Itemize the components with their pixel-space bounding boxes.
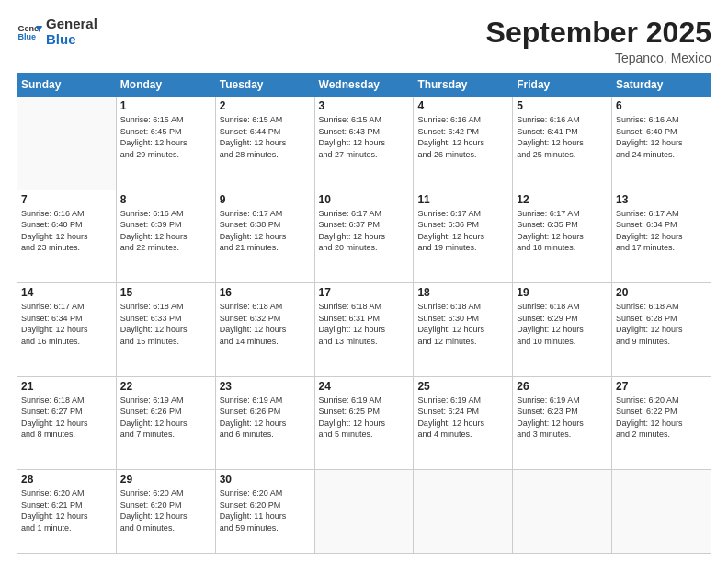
day-number: 19 <box>517 286 608 299</box>
calendar-cell <box>314 470 414 554</box>
calendar-cell: 4Sunrise: 6:16 AM Sunset: 6:42 PM Daylig… <box>414 97 513 190</box>
weekday-header-sunday: Sunday <box>17 74 117 97</box>
day-number: 8 <box>120 193 211 206</box>
calendar-cell: 2Sunrise: 6:15 AM Sunset: 6:44 PM Daylig… <box>215 97 314 190</box>
calendar-cell: 11Sunrise: 6:17 AM Sunset: 6:36 PM Dayli… <box>414 190 513 282</box>
day-info: Sunrise: 6:16 AM Sunset: 6:39 PM Dayligh… <box>120 208 211 254</box>
calendar-cell: 8Sunrise: 6:16 AM Sunset: 6:39 PM Daylig… <box>116 190 215 282</box>
calendar-cell <box>17 97 117 190</box>
day-info: Sunrise: 6:19 AM Sunset: 6:23 PM Dayligh… <box>517 395 608 441</box>
weekday-header-friday: Friday <box>513 74 612 97</box>
day-number: 1 <box>120 99 211 112</box>
calendar-cell: 20Sunrise: 6:18 AM Sunset: 6:28 PM Dayli… <box>612 283 711 376</box>
day-info: Sunrise: 6:17 AM Sunset: 6:38 PM Dayligh… <box>220 208 311 254</box>
calendar-cell: 19Sunrise: 6:18 AM Sunset: 6:29 PM Dayli… <box>513 283 612 376</box>
day-info: Sunrise: 6:17 AM Sunset: 6:37 PM Dayligh… <box>319 208 410 254</box>
day-info: Sunrise: 6:17 AM Sunset: 6:36 PM Dayligh… <box>417 208 508 254</box>
day-number: 4 <box>417 99 508 112</box>
calendar-cell: 16Sunrise: 6:18 AM Sunset: 6:32 PM Dayli… <box>215 283 314 376</box>
day-info: Sunrise: 6:17 AM Sunset: 6:34 PM Dayligh… <box>21 301 112 347</box>
weekday-header-saturday: Saturday <box>612 74 711 97</box>
day-number: 24 <box>319 380 410 393</box>
day-info: Sunrise: 6:17 AM Sunset: 6:34 PM Dayligh… <box>616 208 707 254</box>
calendar-cell: 1Sunrise: 6:15 AM Sunset: 6:45 PM Daylig… <box>116 97 215 190</box>
day-number: 18 <box>417 286 508 299</box>
day-number: 21 <box>21 380 112 393</box>
weekday-header-wednesday: Wednesday <box>314 74 414 97</box>
day-info: Sunrise: 6:20 AM Sunset: 6:21 PM Dayligh… <box>21 488 112 534</box>
calendar-cell: 22Sunrise: 6:19 AM Sunset: 6:26 PM Dayli… <box>116 376 215 469</box>
day-info: Sunrise: 6:17 AM Sunset: 6:35 PM Dayligh… <box>517 208 608 254</box>
day-info: Sunrise: 6:16 AM Sunset: 6:40 PM Dayligh… <box>21 208 112 254</box>
day-info: Sunrise: 6:18 AM Sunset: 6:28 PM Dayligh… <box>616 301 707 347</box>
weekday-header-tuesday: Tuesday <box>215 74 314 97</box>
header: General Blue General Blue September 2025… <box>17 17 711 65</box>
calendar-cell: 10Sunrise: 6:17 AM Sunset: 6:37 PM Dayli… <box>314 190 414 282</box>
day-info: Sunrise: 6:19 AM Sunset: 6:25 PM Dayligh… <box>319 395 410 441</box>
calendar-cell: 26Sunrise: 6:19 AM Sunset: 6:23 PM Dayli… <box>513 376 612 469</box>
title-block: September 2025 Tepanco, Mexico <box>486 17 711 65</box>
day-number: 3 <box>319 99 410 112</box>
day-number: 28 <box>21 473 112 486</box>
day-info: Sunrise: 6:19 AM Sunset: 6:26 PM Dayligh… <box>120 395 211 441</box>
day-number: 6 <box>616 99 707 112</box>
day-number: 7 <box>21 193 112 206</box>
calendar-cell <box>414 470 513 554</box>
page: General Blue General Blue September 2025… <box>0 0 728 563</box>
calendar-week-row: 7Sunrise: 6:16 AM Sunset: 6:40 PM Daylig… <box>17 190 711 282</box>
day-number: 5 <box>517 99 608 112</box>
day-number: 30 <box>220 473 311 486</box>
svg-text:Blue: Blue <box>17 32 36 41</box>
day-number: 20 <box>616 286 707 299</box>
day-number: 2 <box>220 99 311 112</box>
day-info: Sunrise: 6:16 AM Sunset: 6:41 PM Dayligh… <box>517 114 608 160</box>
day-info: Sunrise: 6:19 AM Sunset: 6:24 PM Dayligh… <box>417 395 508 441</box>
logo: General Blue General Blue <box>17 17 97 47</box>
day-number: 11 <box>417 193 508 206</box>
day-number: 25 <box>417 380 508 393</box>
day-info: Sunrise: 6:18 AM Sunset: 6:32 PM Dayligh… <box>220 301 311 347</box>
location: Tepanco, Mexico <box>486 51 711 65</box>
day-number: 26 <box>517 380 608 393</box>
logo-icon: General Blue <box>17 19 42 45</box>
day-info: Sunrise: 6:18 AM Sunset: 6:33 PM Dayligh… <box>120 301 211 347</box>
calendar-cell <box>513 470 612 554</box>
calendar-cell: 14Sunrise: 6:17 AM Sunset: 6:34 PM Dayli… <box>17 283 117 376</box>
weekday-header-thursday: Thursday <box>414 74 513 97</box>
day-number: 22 <box>120 380 211 393</box>
calendar-cell: 18Sunrise: 6:18 AM Sunset: 6:30 PM Dayli… <box>414 283 513 376</box>
day-info: Sunrise: 6:18 AM Sunset: 6:29 PM Dayligh… <box>517 301 608 347</box>
month-title: September 2025 <box>486 17 711 49</box>
day-info: Sunrise: 6:16 AM Sunset: 6:40 PM Dayligh… <box>616 114 707 160</box>
calendar-week-row: 1Sunrise: 6:15 AM Sunset: 6:45 PM Daylig… <box>17 97 711 190</box>
weekday-header-row: SundayMondayTuesdayWednesdayThursdayFrid… <box>17 74 711 97</box>
calendar-week-row: 14Sunrise: 6:17 AM Sunset: 6:34 PM Dayli… <box>17 283 711 376</box>
day-number: 27 <box>616 380 707 393</box>
day-info: Sunrise: 6:18 AM Sunset: 6:31 PM Dayligh… <box>319 301 410 347</box>
calendar-cell: 23Sunrise: 6:19 AM Sunset: 6:26 PM Dayli… <box>215 376 314 469</box>
calendar-cell: 17Sunrise: 6:18 AM Sunset: 6:31 PM Dayli… <box>314 283 414 376</box>
day-number: 9 <box>220 193 311 206</box>
day-info: Sunrise: 6:16 AM Sunset: 6:42 PM Dayligh… <box>417 114 508 160</box>
calendar-cell: 6Sunrise: 6:16 AM Sunset: 6:40 PM Daylig… <box>612 97 711 190</box>
day-info: Sunrise: 6:18 AM Sunset: 6:27 PM Dayligh… <box>21 395 112 441</box>
calendar-cell: 25Sunrise: 6:19 AM Sunset: 6:24 PM Dayli… <box>414 376 513 469</box>
calendar-cell: 12Sunrise: 6:17 AM Sunset: 6:35 PM Dayli… <box>513 190 612 282</box>
calendar-cell: 28Sunrise: 6:20 AM Sunset: 6:21 PM Dayli… <box>17 470 117 554</box>
calendar-cell: 5Sunrise: 6:16 AM Sunset: 6:41 PM Daylig… <box>513 97 612 190</box>
day-info: Sunrise: 6:15 AM Sunset: 6:43 PM Dayligh… <box>319 114 410 160</box>
day-info: Sunrise: 6:20 AM Sunset: 6:20 PM Dayligh… <box>120 488 211 534</box>
day-info: Sunrise: 6:15 AM Sunset: 6:45 PM Dayligh… <box>120 114 211 160</box>
calendar-cell: 27Sunrise: 6:20 AM Sunset: 6:22 PM Dayli… <box>612 376 711 469</box>
day-info: Sunrise: 6:20 AM Sunset: 6:20 PM Dayligh… <box>220 488 311 534</box>
day-number: 17 <box>319 286 410 299</box>
day-info: Sunrise: 6:18 AM Sunset: 6:30 PM Dayligh… <box>417 301 508 347</box>
day-info: Sunrise: 6:20 AM Sunset: 6:22 PM Dayligh… <box>616 395 707 441</box>
calendar-week-row: 21Sunrise: 6:18 AM Sunset: 6:27 PM Dayli… <box>17 376 711 469</box>
calendar-cell: 13Sunrise: 6:17 AM Sunset: 6:34 PM Dayli… <box>612 190 711 282</box>
day-number: 15 <box>120 286 211 299</box>
day-number: 10 <box>319 193 410 206</box>
day-number: 29 <box>120 473 211 486</box>
day-info: Sunrise: 6:15 AM Sunset: 6:44 PM Dayligh… <box>220 114 311 160</box>
day-number: 16 <box>220 286 311 299</box>
